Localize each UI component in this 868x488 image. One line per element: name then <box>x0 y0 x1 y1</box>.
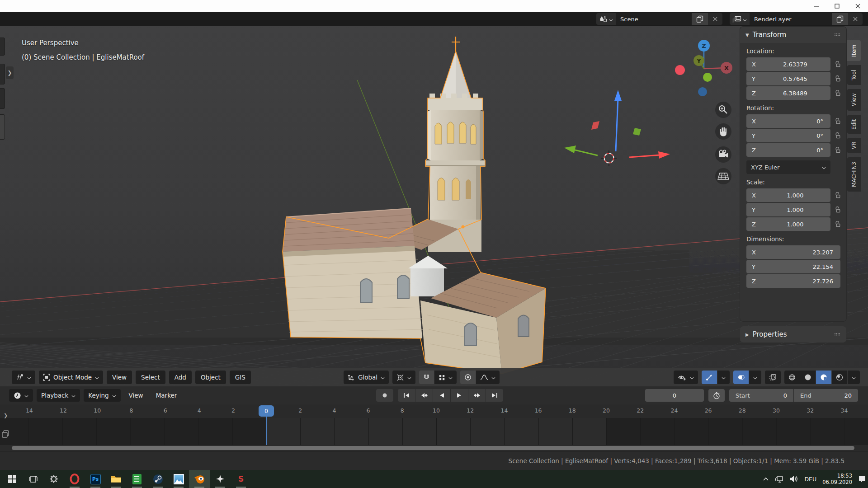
sidebar-tab-machin3[interactable]: MACHIN3 <box>847 157 861 192</box>
timeline-ruler[interactable]: -14-12-10-8-6-4-202468101214161820222426… <box>0 404 868 418</box>
notes-app-button[interactable] <box>127 470 147 488</box>
properties-panel-header[interactable]: ▶ Properties <box>740 326 846 343</box>
frame-end-field[interactable]: End 20 <box>794 389 858 402</box>
sidebar-tab-vr[interactable]: VR <box>847 138 861 153</box>
scale-z-field[interactable]: Z1.000 <box>746 217 830 231</box>
play-button[interactable] <box>451 389 468 402</box>
lock-icon[interactable] <box>835 146 841 154</box>
shading-rendered-button[interactable] <box>832 371 847 384</box>
menu-view[interactable]: View <box>107 371 132 384</box>
shading-wireframe-button[interactable] <box>784 371 800 384</box>
sidebar-tab-item[interactable]: Item <box>847 40 861 61</box>
rotation-mode-dropdown[interactable]: XYZ Euler <box>746 160 830 174</box>
notification-center-icon[interactable] <box>858 475 866 483</box>
sidebar-tab-edit[interactable]: Edit <box>847 115 861 134</box>
camera-view-button[interactable] <box>715 146 731 163</box>
lock-icon[interactable] <box>835 206 841 213</box>
editor-type-button[interactable] <box>12 371 35 384</box>
pivot-point-dropdown[interactable] <box>392 371 415 384</box>
3d-viewport[interactable]: Z Y X <box>0 26 868 386</box>
start-button[interactable] <box>2 470 23 488</box>
timeline-marker-menu[interactable]: Marker <box>151 392 182 399</box>
view-layer-name-field[interactable]: RenderLayer <box>750 13 832 25</box>
church-model[interactable] <box>283 37 546 374</box>
task-view-button[interactable] <box>23 470 43 488</box>
viewport-canvas[interactable]: Z Y X <box>0 26 868 386</box>
timeline-scrollbar-thumb[interactable] <box>12 446 854 450</box>
previous-keyframe-button[interactable] <box>415 389 433 402</box>
overlays-dropdown[interactable] <box>749 371 761 384</box>
rotation-y-field[interactable]: Y0° <box>746 129 830 142</box>
file-explorer-button[interactable] <box>106 470 127 488</box>
nav-axis-x-neg[interactable] <box>675 65 685 75</box>
timeline-editor-type-button[interactable] <box>9 389 33 402</box>
nav-axis-z-neg[interactable] <box>698 87 707 96</box>
substance-app-button[interactable]: S <box>231 470 251 488</box>
navigation-gizmo[interactable]: Z Y X <box>675 40 732 96</box>
lock-icon[interactable] <box>835 61 841 68</box>
show-overlays-toggle[interactable] <box>733 371 749 384</box>
dimensions-x-field[interactable]: X23.207 <box>746 245 840 259</box>
zoom-tool-button[interactable] <box>715 102 731 118</box>
steam-button[interactable] <box>147 470 168 488</box>
toolbar-expand-arrow[interactable]: ❯ <box>6 66 14 79</box>
lock-icon[interactable] <box>835 132 841 139</box>
window-close-button[interactable] <box>847 0 868 12</box>
current-frame-field[interactable]: 0 <box>645 389 704 402</box>
jump-to-start-button[interactable] <box>398 389 415 402</box>
jump-to-end-button[interactable] <box>486 389 503 402</box>
sidebar-tab-view[interactable]: View <box>847 89 861 111</box>
location-z-field[interactable]: Z6.38489 <box>746 86 830 100</box>
scene-name-field[interactable]: Scene <box>616 13 692 25</box>
settings-app-button[interactable] <box>43 470 64 488</box>
visibility-filter-dropdown[interactable] <box>674 371 698 384</box>
tray-clock[interactable]: 18:53 06.09.2020 <box>822 473 852 485</box>
photoshop-button[interactable]: Ps <box>85 470 106 488</box>
snap-with-dropdown[interactable] <box>434 371 457 384</box>
lock-icon[interactable] <box>835 117 841 125</box>
window-maximize-button[interactable] <box>826 0 847 12</box>
browse-view-layer-button[interactable] <box>730 13 750 25</box>
proportional-falloff-dropdown[interactable] <box>476 371 500 384</box>
unlink-scene-button[interactable] <box>708 13 722 25</box>
panel-grip-icon[interactable] <box>834 33 841 37</box>
keyboard-language-indicator[interactable]: DEU <box>804 476 816 483</box>
new-scene-button[interactable] <box>692 13 708 25</box>
transform-orientation-dropdown[interactable]: Global <box>344 371 389 384</box>
left-rail-tab[interactable] <box>0 88 5 109</box>
shading-material-preview-button[interactable] <box>816 371 831 384</box>
timeline-expand-arrow[interactable]: ❯ <box>4 413 8 418</box>
volume-icon[interactable] <box>789 475 798 483</box>
new-view-layer-button[interactable] <box>832 13 848 25</box>
scale-y-field[interactable]: Y1.000 <box>746 203 830 216</box>
next-keyframe-button[interactable] <box>468 389 486 402</box>
left-rail-tab[interactable] <box>0 114 5 140</box>
lock-icon[interactable] <box>835 192 841 199</box>
lock-icon[interactable] <box>835 89 841 97</box>
left-rail-tab[interactable] <box>0 64 5 84</box>
record-button[interactable] <box>376 389 393 402</box>
frame-start-field[interactable]: Start 0 <box>729 389 793 402</box>
sidebar-tab-tool[interactable]: Tool <box>847 65 861 85</box>
location-y-field[interactable]: Y0.57645 <box>746 72 830 85</box>
location-x-field[interactable]: X2.63379 <box>746 57 830 71</box>
dimensions-y-field[interactable]: Y22.154 <box>746 260 840 273</box>
window-minimize-button[interactable] <box>806 0 826 12</box>
pan-tool-button[interactable] <box>715 123 731 140</box>
scale-x-field[interactable]: X1.000 <box>746 188 830 202</box>
lock-icon[interactable] <box>835 75 841 82</box>
lock-icon[interactable] <box>835 221 841 228</box>
keying-menu[interactable]: Keying <box>84 389 120 402</box>
browse-scene-button[interactable] <box>596 13 616 25</box>
remove-view-layer-button[interactable] <box>848 13 863 25</box>
show-gizmo-toggle[interactable] <box>702 371 717 384</box>
timeline-track[interactable] <box>0 418 868 445</box>
shading-solid-button[interactable] <box>800 371 816 384</box>
left-rail-tab[interactable] <box>0 38 5 56</box>
menu-select[interactable]: Select <box>136 371 165 384</box>
menu-object[interactable]: Object <box>195 371 226 384</box>
panel-grip-icon[interactable] <box>834 333 841 336</box>
playback-menu[interactable]: Playback <box>37 389 80 402</box>
editor-corner-icon[interactable] <box>1 430 9 438</box>
flight-simulator-button[interactable] <box>210 470 231 488</box>
